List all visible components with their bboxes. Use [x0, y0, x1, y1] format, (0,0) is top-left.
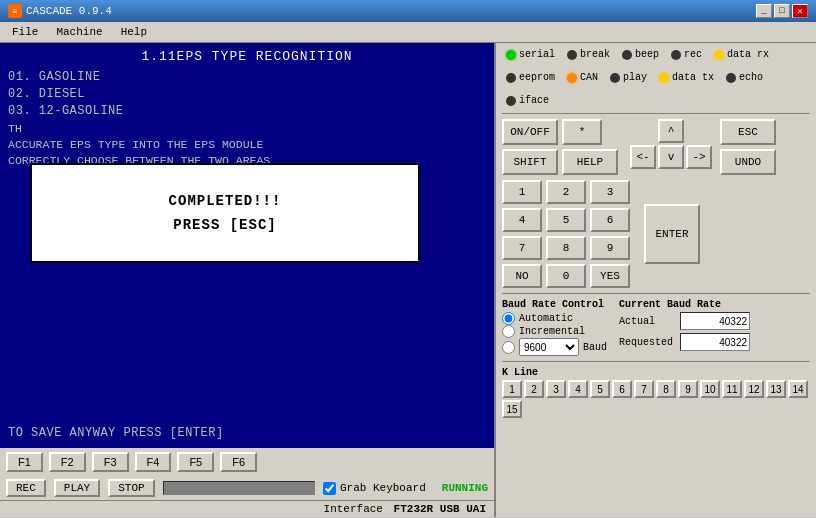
menu-help[interactable]: Help — [113, 24, 155, 40]
onoff-button[interactable]: ON/OFF — [502, 119, 558, 145]
num-2[interactable]: 2 — [546, 180, 586, 204]
num-1[interactable]: 1 — [502, 180, 542, 204]
maximize-button[interactable]: □ — [774, 4, 790, 18]
num-5[interactable]: 5 — [546, 208, 586, 232]
fkey-f6[interactable]: F6 — [220, 452, 257, 472]
kline-section: K Line 1 2 3 4 5 6 7 8 9 10 11 12 13 14 … — [502, 367, 810, 418]
nav-up-button[interactable]: ^ — [658, 119, 684, 143]
indicator-eeprom: eeprom — [506, 72, 555, 83]
baud-select-row: 9600 Baud — [502, 338, 607, 356]
fkey-f3[interactable]: F3 — [92, 452, 129, 472]
num-7[interactable]: 7 — [502, 236, 542, 260]
modal-overlay: COMPLETED!!! PRESS [ESC] — [30, 163, 420, 263]
modal-line1: COMPLETED!!! — [62, 193, 388, 209]
label-eeprom: eeprom — [519, 72, 555, 83]
right-panel: serial break beep rec data rx eeprom — [496, 43, 816, 517]
requested-input[interactable] — [680, 333, 750, 351]
help-button[interactable]: HELP — [562, 149, 618, 175]
num-yes[interactable]: YES — [590, 264, 630, 288]
terminal-title: 1.11EPS TYPE RECOGNITION — [8, 49, 486, 64]
baud-control-section: Baud Rate Control Automatic Incremental … — [502, 299, 607, 356]
close-button[interactable]: ✕ — [792, 4, 808, 18]
menu-file[interactable]: File — [4, 24, 46, 40]
nav-down-button[interactable]: v — [658, 145, 684, 169]
kline-2[interactable]: 2 — [524, 380, 544, 398]
play-button[interactable]: PLAY — [54, 479, 100, 497]
num-no[interactable]: NO — [502, 264, 542, 288]
star-button[interactable]: * — [562, 119, 602, 145]
rec-button[interactable]: REC — [6, 479, 46, 497]
num-0[interactable]: 0 — [546, 264, 586, 288]
grab-keyboard-label: Grab Keyboard — [340, 482, 426, 494]
interface-label: Interface — [324, 503, 383, 515]
baud-select[interactable]: 9600 — [519, 338, 579, 356]
kline-3[interactable]: 3 — [546, 380, 566, 398]
label-beep: beep — [635, 49, 659, 60]
indicator-datatx: data tx — [659, 72, 714, 83]
menu-machine[interactable]: Machine — [48, 24, 110, 40]
esc-button[interactable]: ESC — [720, 119, 776, 145]
label-serial: serial — [519, 49, 555, 60]
radio-incr-input[interactable] — [502, 325, 515, 338]
num-9[interactable]: 9 — [590, 236, 630, 260]
grab-keyboard-container: Grab Keyboard — [323, 482, 426, 495]
menu-bar: File Machine Help — [0, 22, 816, 43]
led-play — [610, 73, 620, 83]
nav-right-button[interactable]: -> — [686, 145, 712, 169]
led-serial — [506, 50, 516, 60]
kline-11[interactable]: 11 — [722, 380, 742, 398]
requested-label: Requested — [619, 337, 674, 348]
kline-15[interactable]: 15 — [502, 400, 522, 418]
terminal: 1.11EPS TYPE RECOGNITION 01. GASOLINE 02… — [0, 43, 494, 422]
grab-keyboard-checkbox[interactable] — [323, 482, 336, 495]
actual-input[interactable] — [680, 312, 750, 330]
num-6[interactable]: 6 — [590, 208, 630, 232]
indicators-row: serial break beep rec data rx eeprom — [502, 47, 810, 108]
fkey-row: F1 F2 F3 F4 F5 F6 — [0, 448, 494, 476]
radio-auto-input[interactable] — [502, 312, 515, 325]
radio-9600-input[interactable] — [502, 341, 515, 354]
fkey-f1[interactable]: F1 — [6, 452, 43, 472]
led-iface — [506, 96, 516, 106]
enter-button[interactable]: ENTER — [644, 204, 700, 264]
undo-button[interactable]: UNDO — [720, 149, 776, 175]
kline-8[interactable]: 8 — [656, 380, 676, 398]
indicator-datarx: data rx — [714, 49, 769, 60]
kline-13[interactable]: 13 — [766, 380, 786, 398]
running-label: RUNNING — [442, 482, 488, 494]
num-3[interactable]: 3 — [590, 180, 630, 204]
indicator-play: play — [610, 72, 647, 83]
kline-9[interactable]: 9 — [678, 380, 698, 398]
kline-6[interactable]: 6 — [612, 380, 632, 398]
actual-label: Actual — [619, 316, 674, 327]
kline-label: K Line — [502, 367, 810, 378]
label-rec: rec — [684, 49, 702, 60]
led-can — [567, 73, 577, 83]
kline-7[interactable]: 7 — [634, 380, 654, 398]
fkey-f4[interactable]: F4 — [135, 452, 172, 472]
num-4[interactable]: 4 — [502, 208, 542, 232]
fkey-f2[interactable]: F2 — [49, 452, 86, 472]
label-echo: echo — [739, 72, 763, 83]
kline-12[interactable]: 12 — [744, 380, 764, 398]
shift-button[interactable]: SHIFT — [502, 149, 558, 175]
stop-button[interactable]: STOP — [108, 479, 154, 497]
numpad: 1 2 3 4 5 6 7 8 9 NO 0 YES — [502, 180, 630, 288]
indicator-rec: rec — [671, 49, 702, 60]
kline-10[interactable]: 10 — [700, 380, 720, 398]
led-rec — [671, 50, 681, 60]
kline-1[interactable]: 1 — [502, 380, 522, 398]
fkey-f5[interactable]: F5 — [177, 452, 214, 472]
num-8[interactable]: 8 — [546, 236, 586, 260]
kline-4[interactable]: 4 — [568, 380, 588, 398]
minimize-button[interactable]: _ — [756, 4, 772, 18]
terminal-body: TH — [8, 122, 486, 135]
save-text: TO SAVE ANYWAY PRESS [ENTER] — [8, 426, 486, 440]
nav-left-button[interactable]: <- — [630, 145, 656, 169]
current-baud-label: Current Baud Rate — [619, 299, 750, 310]
left-panel: 1.11EPS TYPE RECOGNITION 01. GASOLINE 02… — [0, 43, 496, 517]
kline-14[interactable]: 14 — [788, 380, 808, 398]
kline-5[interactable]: 5 — [590, 380, 610, 398]
radio-automatic: Automatic — [502, 312, 607, 325]
progress-bar — [163, 481, 315, 495]
